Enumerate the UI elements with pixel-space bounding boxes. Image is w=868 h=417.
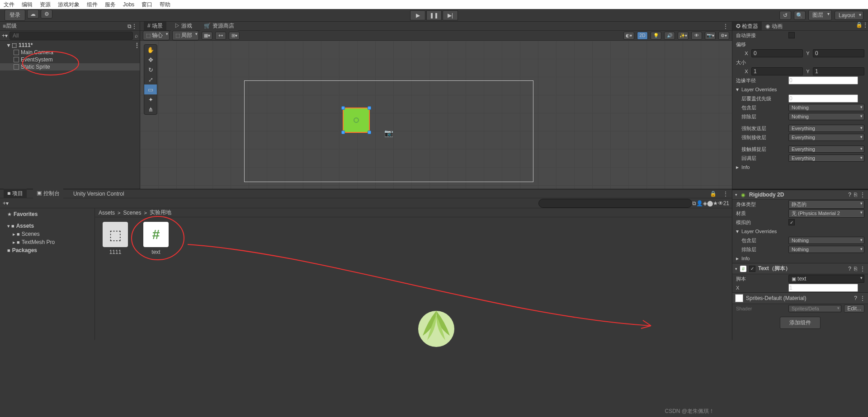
scene-viewport[interactable]: ✋ ✥ ↻ ⤢ ▭ ✦ ⋔ 📷	[140, 41, 732, 189]
move-tool[interactable]: ✥	[144, 55, 157, 65]
scene-menu-icon[interactable]: ⋮	[723, 23, 728, 29]
menu-window[interactable]: 窗口	[142, 1, 152, 9]
gear-icon[interactable]: ⚙	[41, 9, 52, 19]
scale-tool[interactable]: ⤢	[144, 75, 157, 84]
add-component-button[interactable]: 添加组件	[780, 317, 821, 329]
body-type-dropdown[interactable]: 静态的	[788, 200, 864, 209]
tab-scene[interactable]: # 场景	[144, 21, 166, 31]
menu-edit[interactable]: 编辑	[22, 1, 33, 9]
search-scope-icon[interactable]: ⧉	[692, 200, 696, 206]
menu-assets[interactable]: 资源	[40, 1, 51, 9]
edit-shader-button[interactable]: Edit...	[844, 305, 864, 313]
project-menu-icon[interactable]: ⋮	[723, 191, 728, 197]
hierarchy-popout-icon[interactable]: ⧉	[127, 23, 132, 29]
hierarchy-item-staticsprite[interactable]: Static Sprite	[0, 63, 140, 70]
component-menu-icon[interactable]: ⋮	[860, 192, 865, 198]
bc-assets[interactable]: Assets	[99, 210, 115, 216]
simulated-checkbox[interactable]: ✓	[788, 219, 795, 225]
script-x-input[interactable]	[788, 284, 858, 292]
exclude-layer-dropdown[interactable]: Nothing	[788, 113, 864, 120]
increment-toggle[interactable]: ⊞▾	[229, 32, 240, 40]
layout-dropdown[interactable]: Layout	[835, 11, 863, 20]
tab-console[interactable]: ▣ 控制台	[33, 189, 63, 198]
layer-priority-input[interactable]	[788, 94, 858, 103]
packages-folder[interactable]: ■ Packages	[0, 246, 94, 254]
help-icon[interactable]: ?	[854, 295, 857, 301]
include-layer-dropdown[interactable]: Nothing	[788, 104, 864, 111]
transform-tool[interactable]: ✦	[144, 94, 157, 104]
asset-scene[interactable]: ⬚ 1111	[99, 222, 131, 255]
assets-folder[interactable]: ▾ ■ Assets	[0, 222, 94, 230]
project-lock-icon[interactable]: 🔒	[710, 191, 717, 197]
local-dropdown[interactable]: ⬚ 局部	[172, 31, 199, 40]
material-field[interactable]: 无 (Physics Material 2	[788, 209, 864, 218]
2d-toggle[interactable]: 2D	[637, 32, 648, 40]
inspector-menu-icon[interactable]: ⋮	[863, 22, 868, 30]
autotile-checkbox[interactable]	[788, 32, 795, 38]
rb-include-dropdown[interactable]: Nothing	[788, 237, 864, 244]
tmp-folder[interactable]: ▸ ■ TextMesh Pro	[0, 238, 94, 246]
offset-x-input[interactable]	[751, 49, 803, 57]
layers-dropdown[interactable]: 图层	[808, 10, 832, 20]
rigidbody2d-header[interactable]: ▾◉ Rigidbody 2D ?⎘⋮	[732, 190, 868, 200]
component-menu-icon[interactable]: ⋮	[860, 295, 865, 301]
size-y-input[interactable]	[813, 67, 864, 75]
search-icon[interactable]: 🔍	[794, 11, 806, 20]
edge-radius-input[interactable]	[788, 76, 858, 84]
preset-icon[interactable]: ⎘	[854, 266, 857, 272]
tab-uvc[interactable]: Unity Version Control	[70, 190, 128, 198]
menu-gameobject[interactable]: 游戏对象	[58, 1, 80, 9]
hierarchy-search-input[interactable]	[9, 32, 133, 40]
asset-script[interactable]: # text	[140, 222, 172, 255]
tab-inspector[interactable]: ✪ 检查器	[732, 22, 762, 30]
resize-handle[interactable]	[368, 131, 371, 134]
resize-handle[interactable]	[341, 131, 345, 134]
hidden-toggle[interactable]: 👁	[691, 32, 702, 40]
pivot-dropdown[interactable]: ⬚ 轴心	[143, 31, 170, 40]
script-enabled-checkbox[interactable]: ✓	[749, 266, 755, 272]
hierarchy-filter-icon[interactable]: ⌕	[135, 33, 138, 39]
tab-animation[interactable]: ◉ 动画	[762, 22, 786, 30]
filter-type-icon[interactable]: 👤	[696, 200, 703, 206]
menu-jobs[interactable]: Jobs	[123, 1, 134, 8]
preset-icon[interactable]: ⎘	[854, 192, 857, 198]
gizmos-toggle[interactable]: ⚙▾	[718, 32, 729, 40]
favorites-item[interactable]: ★ Favorites	[0, 210, 94, 218]
hand-tool[interactable]: ✋	[144, 45, 157, 55]
hierarchy-menu-icon[interactable]: ⋮	[132, 23, 137, 29]
hierarchy-item-eventsystem[interactable]: EventSystem	[0, 56, 140, 63]
resize-handle[interactable]	[341, 106, 345, 110]
lighting-toggle[interactable]: 💡	[651, 32, 661, 40]
shader-dropdown[interactable]: Sprites/Defa	[788, 305, 841, 312]
material-header[interactable]: Sprites-Default (Material) ?⋮	[732, 292, 868, 304]
custom-tool[interactable]: ⋔	[144, 104, 157, 114]
hierarchy-item-camera[interactable]: Main Camera	[0, 49, 140, 56]
tab-game[interactable]: ▷ 游戏	[171, 21, 196, 31]
help-icon[interactable]: ?	[848, 266, 851, 272]
rotate-tool[interactable]: ↻	[144, 65, 157, 75]
menu-help[interactable]: 帮助	[160, 1, 170, 9]
text-script-header[interactable]: ▾# ✓ Text（脚本） ?⎘⋮	[732, 263, 868, 274]
resize-handle[interactable]	[368, 106, 371, 110]
callback-layer-dropdown[interactable]: Everything	[788, 155, 864, 162]
scenes-folder[interactable]: ▸ ■ Scenes	[0, 230, 94, 238]
draw-mode-toggle[interactable]: ◐▾	[623, 32, 634, 40]
filter-error-icon[interactable]: ⬤	[707, 200, 713, 206]
camera-toggle[interactable]: 📷▾	[705, 32, 716, 40]
project-add-icon[interactable]: +▾	[3, 200, 9, 206]
inspector-lock-icon[interactable]: 🔒	[856, 22, 863, 30]
help-icon[interactable]: ?	[848, 192, 851, 198]
force-recv-dropdown[interactable]: Everything	[788, 134, 864, 141]
step-button[interactable]: ▶|	[443, 10, 458, 20]
scene-menu-icon[interactable]: ⋮	[134, 42, 140, 48]
contact-capture-dropdown[interactable]: Everything	[788, 145, 864, 153]
undo-history-icon[interactable]: ↺	[779, 11, 791, 20]
login-button[interactable]: 登录	[5, 9, 25, 21]
offset-y-input[interactable]	[813, 49, 864, 57]
component-menu-icon[interactable]: ⋮	[860, 266, 865, 272]
rect-tool[interactable]: ▭	[144, 84, 157, 94]
rb-exclude-dropdown[interactable]: Nothing	[788, 246, 864, 253]
filter-label-icon[interactable]: ◈	[703, 200, 707, 206]
size-x-input[interactable]	[751, 67, 803, 75]
script-reference[interactable]: ▣ text	[788, 275, 864, 283]
